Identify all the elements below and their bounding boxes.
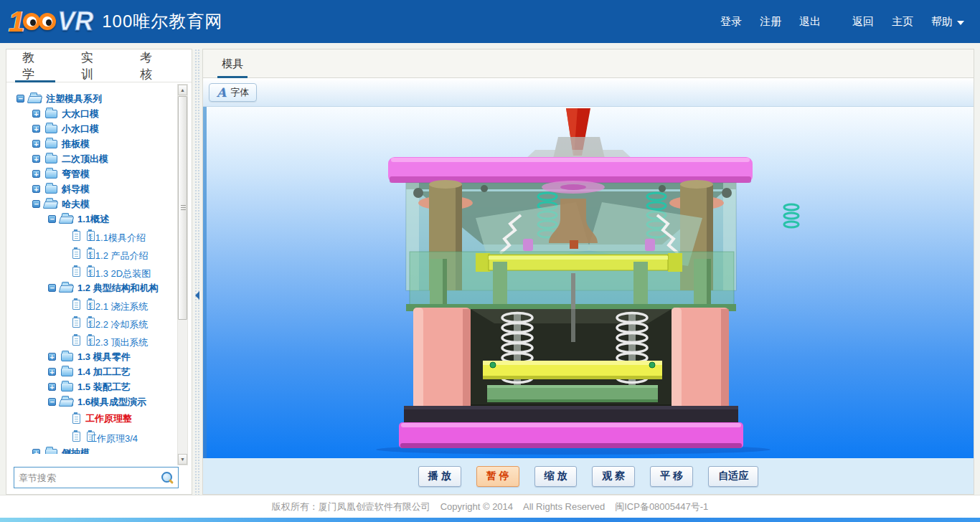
- tree-item[interactable]: 1.2.1 浇注系统: [12, 295, 179, 313]
- help-link[interactable]: 帮助: [931, 15, 964, 29]
- expand-icon[interactable]: [48, 368, 56, 376]
- collapse-icon[interactable]: [48, 398, 56, 406]
- tree-item[interactable]: 弯管模: [12, 166, 179, 181]
- logo-100vr-icon: 1VR: [9, 6, 93, 38]
- folder-icon: [45, 125, 57, 133]
- sidebar-panel: 教 学 实 训 考 核 注塑模具系列 大水口模 小水口模 推板模 二次顶出模 弯…: [6, 49, 192, 495]
- expand-icon[interactable]: [32, 140, 40, 148]
- sidebar-collapse-icon[interactable]: [195, 291, 199, 300]
- collapse-icon[interactable]: [48, 215, 56, 223]
- tree-item[interactable]: 小水口模: [12, 121, 179, 136]
- expand-icon[interactable]: [32, 125, 40, 133]
- expand-icon[interactable]: [32, 110, 40, 118]
- open-folder-icon: [45, 200, 57, 209]
- tab-assessment[interactable]: 考 核: [133, 49, 176, 82]
- tree-item[interactable]: 1.1.2 产品介绍: [12, 245, 179, 262]
- tab-teaching[interactable]: 教 学: [15, 49, 58, 82]
- open-folder-icon: [61, 215, 73, 224]
- folder-icon: [45, 170, 57, 179]
- tree-item-clipped[interactable]: 侧抽模: [12, 445, 179, 454]
- tree-item[interactable]: 1.1概述: [12, 212, 179, 227]
- tree-item[interactable]: 1.2.3 顶出系统: [12, 331, 179, 349]
- document-icon: [72, 336, 80, 346]
- top-header: 1VR 100唯尔教育网 登录 注册 退出 返回 主页 帮助: [0, 0, 980, 43]
- pause-button[interactable]: 暂 停: [476, 466, 519, 487]
- expand-icon[interactable]: [48, 353, 56, 361]
- logo[interactable]: 1VR 100唯尔教育网: [9, 6, 222, 38]
- tree-item[interactable]: 斜导模: [12, 181, 179, 196]
- footer-company: 版权所有：厦门凤凰创壹软件有限公司: [272, 500, 430, 513]
- document-icon: [72, 249, 80, 259]
- sidebar-tab-bar: 教 学 实 训 考 核: [6, 49, 192, 82]
- tab-mold[interactable]: 模具: [217, 49, 248, 78]
- logo-vr-text: VR: [57, 6, 93, 37]
- collapse-icon[interactable]: [32, 200, 40, 208]
- folder-icon: [45, 185, 57, 194]
- footer-rights: All Rights Reserved: [523, 501, 605, 512]
- expand-icon[interactable]: [32, 185, 40, 193]
- folder-icon: [45, 110, 57, 118]
- document-icon: [72, 318, 80, 328]
- folder-icon: [45, 449, 57, 455]
- tree-item[interactable]: 1.2.2 冷却系统: [12, 313, 179, 331]
- tree-item[interactable]: 二次顶出模: [12, 151, 179, 166]
- tree-item[interactable]: 1.5 装配工艺: [12, 379, 179, 394]
- zoom-button[interactable]: 缩 放: [534, 466, 578, 487]
- sidebar-scrollbar[interactable]: ▲ ▼: [177, 84, 188, 465]
- tree-item[interactable]: 推板模: [12, 136, 179, 151]
- open-folder-icon: [29, 95, 42, 103]
- chevron-down-icon: [957, 21, 964, 25]
- tree-item-root[interactable]: 注塑模具系列: [12, 91, 179, 106]
- tree-item[interactable]: 哈夫模: [12, 196, 179, 212]
- expand-icon[interactable]: [32, 449, 40, 454]
- viewer-control-bar: 播 放 暂 停 缩 放 观 察 平 移 自适应: [203, 458, 974, 494]
- document-icon: [72, 231, 80, 241]
- expand-icon[interactable]: [32, 170, 40, 178]
- search-input[interactable]: [19, 473, 161, 483]
- pan-button[interactable]: 平 移: [650, 466, 693, 487]
- logo-eye-icon: [39, 13, 56, 30]
- folder-icon: [45, 155, 57, 163]
- viewer-canvas[interactable]: [203, 107, 974, 458]
- viewer-toolbar: A字体: [203, 78, 974, 107]
- logo-eye-icon: [23, 13, 40, 30]
- footer: 版权所有：厦门凤凰创壹软件有限公司 Copyright © 2014 All R…: [0, 495, 980, 518]
- back-link[interactable]: 返回: [852, 15, 874, 29]
- document-icon: [72, 267, 80, 277]
- tree-item[interactable]: 1.6模具成型演示: [12, 394, 179, 409]
- tree-item[interactable]: 1.2 典型结构和机构: [12, 280, 179, 295]
- collapse-icon[interactable]: [48, 284, 56, 292]
- auto-fit-button[interactable]: 自适应: [708, 466, 758, 487]
- expand-icon[interactable]: [32, 155, 40, 163]
- document-icon: [72, 300, 80, 310]
- panel-splitter[interactable]: [194, 49, 201, 495]
- login-link[interactable]: 登录: [720, 15, 742, 29]
- home-link[interactable]: 主页: [892, 15, 913, 29]
- scroll-up-arrow[interactable]: ▲: [178, 85, 187, 95]
- tree-item[interactable]: 工作原理3/4: [12, 427, 179, 445]
- font-icon: A: [217, 85, 226, 100]
- scroll-down-arrow[interactable]: ▼: [178, 454, 187, 465]
- tree-item[interactable]: 1.4 加工工艺: [12, 364, 179, 379]
- tree-item[interactable]: 1.1.3 2D总装图: [12, 262, 179, 280]
- open-folder-icon: [61, 398, 73, 407]
- folder-icon: [61, 368, 73, 376]
- logout-link[interactable]: 退出: [799, 15, 821, 29]
- search-icon[interactable]: [161, 471, 174, 484]
- tree-item[interactable]: 大水口模: [12, 106, 179, 121]
- play-button[interactable]: 播 放: [418, 466, 461, 487]
- logo-digit: 1: [9, 6, 24, 38]
- tree-item[interactable]: 1.3 模具零件: [12, 349, 179, 364]
- font-button[interactable]: A字体: [209, 83, 257, 102]
- collapse-icon[interactable]: [17, 95, 24, 103]
- tab-training[interactable]: 实 训: [74, 49, 117, 82]
- footer-icp: 闽ICP备08005447号-1: [615, 500, 708, 513]
- observe-button[interactable]: 观 察: [592, 466, 635, 487]
- scrollbar-thumb[interactable]: [178, 96, 187, 320]
- expand-icon[interactable]: [48, 383, 56, 391]
- register-link[interactable]: 注册: [760, 15, 781, 29]
- folder-icon: [61, 353, 73, 361]
- tree-item-selected[interactable]: 工作原理整: [12, 409, 179, 427]
- tree-item[interactable]: 1.1.1模具介绍: [12, 227, 179, 245]
- footer-copyright: Copyright © 2014: [440, 501, 513, 512]
